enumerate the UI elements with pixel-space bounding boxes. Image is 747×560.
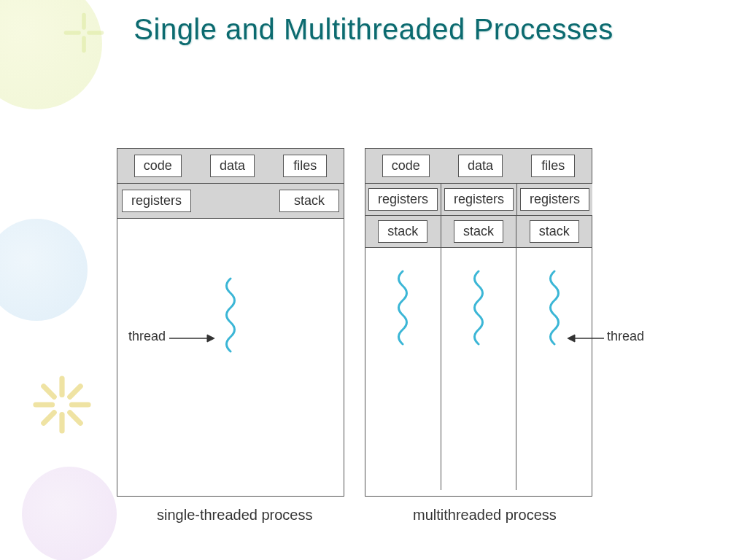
per-thread-row: registers stack — [117, 184, 344, 219]
code-box: code — [382, 155, 430, 177]
data-box: data — [210, 155, 255, 177]
thread-area — [365, 248, 592, 490]
svg-marker-15 — [568, 335, 575, 342]
arrow-right-icon — [169, 334, 214, 343]
single-threaded-process-box: code data files registers stack — [117, 148, 344, 497]
thread-label-left: thread — [128, 329, 166, 344]
thread-label-right: thread — [607, 329, 644, 344]
thread-icon — [392, 270, 414, 350]
multithreaded-process-box: code data files registers registers regi… — [365, 148, 592, 497]
caption-multi: multithreaded process — [413, 507, 557, 524]
stack-row: stack stack stack — [365, 216, 592, 248]
registers-row: registers registers registers — [365, 184, 592, 216]
registers-box: registers — [368, 188, 438, 211]
data-box: data — [458, 155, 503, 177]
page-title: Single and Multithreaded Processes — [0, 0, 747, 46]
stack-box: stack — [279, 190, 339, 212]
registers-box: registers — [520, 188, 589, 211]
thread-icon — [220, 277, 241, 357]
stack-box: stack — [378, 220, 427, 243]
thread-icon — [468, 270, 489, 350]
files-box: files — [531, 155, 575, 177]
stack-box: stack — [454, 220, 503, 243]
arrow-left-icon — [568, 334, 604, 343]
registers-box: registers — [122, 190, 191, 212]
diagram-canvas: code data files registers stack code dat… — [0, 46, 747, 556]
code-box: code — [134, 155, 182, 177]
svg-marker-13 — [207, 335, 214, 342]
thread-area — [117, 219, 344, 494]
registers-box: registers — [444, 188, 514, 211]
shared-resources-row: code data files — [365, 149, 592, 184]
files-box: files — [283, 155, 327, 177]
thread-icon — [543, 270, 565, 350]
stack-box: stack — [530, 220, 579, 243]
caption-single: single-threaded process — [157, 507, 312, 524]
shared-resources-row: code data files — [117, 149, 344, 184]
